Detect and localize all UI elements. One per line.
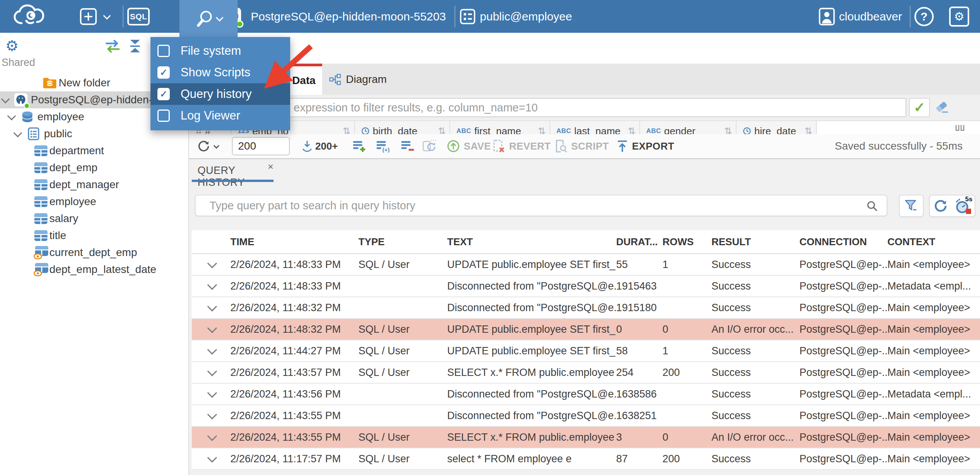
menu-item-show-scripts[interactable]: ✓ Show Scripts bbox=[150, 62, 290, 83]
tab-diagram[interactable]: Diagram bbox=[322, 64, 394, 95]
table-row-error[interactable]: 2/26/2024, 11:43:55 PM SQL / User SELECT… bbox=[192, 427, 980, 448]
fetch-more-button[interactable]: 200+ bbox=[301, 140, 338, 152]
table-row[interactable]: 2/26/2024, 11:48:33 PM Disconnected from… bbox=[192, 276, 980, 297]
grid-column-gender[interactable]: ABC gender ⇅ bbox=[640, 121, 737, 134]
grid-column-last-name[interactable]: ABC last_name ⇅ bbox=[550, 121, 640, 134]
table-row[interactable]: 2/26/2024, 11:48:32 PM Disconnected from… bbox=[192, 297, 980, 319]
chevron-down-icon bbox=[103, 12, 111, 19]
chevron-down-icon[interactable] bbox=[7, 112, 16, 121]
checkbox-checked[interactable]: ✓ bbox=[157, 88, 170, 100]
table-row[interactable]: 2/26/2024, 11:43:55 PM Disconnected from… bbox=[192, 405, 980, 427]
expand-row-icon[interactable] bbox=[207, 323, 217, 333]
user-name: cloudbeaver bbox=[839, 10, 902, 23]
sidebar-item-table-department[interactable]: department bbox=[0, 142, 188, 159]
duplicate-row-button[interactable]: (+) bbox=[376, 140, 390, 153]
auto-refresh-timer-button[interactable]: 5s bbox=[954, 197, 972, 215]
table-row-error[interactable]: 2/26/2024, 11:48:32 PM SQL / User UPDATE… bbox=[192, 319, 980, 340]
chevron-down-icon[interactable] bbox=[14, 129, 22, 138]
table-row[interactable]: 2/26/2024, 11:17:57 PM SQL / User select… bbox=[192, 448, 980, 470]
expand-row-icon[interactable] bbox=[207, 345, 217, 354]
sort-icon[interactable]: ⇅ bbox=[343, 126, 350, 134]
checkbox[interactable]: ✓ bbox=[157, 109, 170, 122]
grid-column-first-name[interactable]: ABC first_name ⇅ bbox=[450, 121, 550, 134]
sort-icon[interactable]: ⇅ bbox=[724, 126, 732, 134]
table-row[interactable]: 2/26/2024, 11:43:56 PM Disconnected from… bbox=[192, 384, 980, 405]
grid-column-hire-date[interactable]: hire_date ⇅ bbox=[737, 121, 817, 134]
collapse-all-icon[interactable] bbox=[127, 39, 143, 55]
sync-with-editor-icon[interactable] bbox=[104, 39, 121, 55]
col-text[interactable]: TEXT bbox=[447, 236, 616, 248]
menu-item-query-history[interactable]: ✓ Query history bbox=[150, 83, 290, 105]
sort-icon[interactable]: ⇅ bbox=[538, 126, 546, 134]
sidebar-item-table-title[interactable]: title bbox=[0, 227, 188, 244]
history-refresh-button[interactable] bbox=[933, 198, 948, 214]
schema-name: public@employee bbox=[480, 10, 572, 23]
tab-data[interactable]: Data bbox=[286, 64, 322, 95]
expand-row-icon[interactable] bbox=[207, 302, 217, 311]
sidebar-item-table-employee[interactable]: employee bbox=[0, 193, 188, 210]
table-row[interactable]: 2/26/2024, 11:48:33 PM SQL / User UPDATE… bbox=[192, 254, 980, 276]
delete-row-button[interactable] bbox=[400, 140, 414, 153]
add-row-button[interactable] bbox=[352, 140, 366, 153]
col-context[interactable]: CONTEXT bbox=[887, 236, 980, 248]
connection-selector[interactable]: PostgreSQL@ep-hidden-moon-55203 bbox=[223, 7, 446, 26]
sort-icon[interactable]: ⇅ bbox=[628, 126, 635, 134]
table-row[interactable]: 2/26/2024, 11:44:27 PM SQL / User UPDATE… bbox=[192, 340, 980, 362]
grid-column-birth-date[interactable]: birth_date ⇅ bbox=[355, 121, 450, 134]
sidebar-item-table-salary[interactable]: salary bbox=[0, 210, 188, 227]
expand-row-icon[interactable] bbox=[207, 258, 217, 268]
col-connection[interactable]: CONNECTION bbox=[799, 236, 887, 248]
result-grid-header: ⠿ # 123 emp_no ⇅ birth_date ⇅ ABC first_… bbox=[189, 120, 980, 134]
col-time[interactable]: TIME bbox=[230, 236, 358, 248]
schema-icon bbox=[28, 127, 39, 140]
export-button[interactable]: EXPORT bbox=[617, 140, 674, 153]
refresh-result-button[interactable] bbox=[197, 139, 218, 153]
query-history-search-input[interactable] bbox=[195, 195, 887, 216]
revert-button[interactable]: REVERT bbox=[493, 139, 551, 153]
eraser-icon[interactable] bbox=[934, 100, 949, 116]
col-duration[interactable]: DURAT... bbox=[616, 236, 662, 248]
expand-row-icon[interactable] bbox=[207, 280, 217, 290]
checkbox[interactable]: ✓ bbox=[157, 45, 170, 57]
svg-text:(+): (+) bbox=[382, 147, 390, 153]
menu-item-file-system[interactable]: ✓ File system bbox=[150, 40, 290, 62]
active-tab-underline bbox=[192, 180, 274, 182]
table-row[interactable]: 2/26/2024, 11:43:57 PM SQL / User SELECT… bbox=[192, 362, 980, 384]
fetch-size-input[interactable] bbox=[232, 137, 290, 155]
expand-row-icon[interactable] bbox=[207, 366, 217, 376]
history-filter-button[interactable] bbox=[899, 195, 924, 217]
sort-icon[interactable]: ⇅ bbox=[438, 126, 446, 134]
menu-item-log-viewer[interactable]: ✓ Log Viewer bbox=[150, 105, 290, 126]
new-connection-button[interactable] bbox=[79, 8, 109, 25]
apply-filter-button[interactable]: ✓ bbox=[909, 98, 930, 117]
script-button[interactable]: SCRIPT bbox=[554, 139, 609, 153]
sidebar-item-view-dept-emp-latest-date[interactable]: dept_emp_latest_date bbox=[0, 261, 188, 278]
column-management-icon[interactable] bbox=[955, 124, 965, 133]
col-type[interactable]: TYPE bbox=[358, 236, 447, 248]
user-menu[interactable]: cloudbeaver bbox=[818, 7, 902, 26]
navigator-settings-gear-icon[interactable]: ⚙ bbox=[5, 37, 19, 54]
tab-query-history[interactable]: QUERY HISTORY × bbox=[192, 159, 274, 182]
refresh-document-button[interactable] bbox=[422, 139, 437, 153]
checkbox-checked[interactable]: ✓ bbox=[157, 66, 170, 79]
sidebar-item-view-current-dept-emp[interactable]: current_dept_emp bbox=[0, 244, 188, 261]
expand-row-icon[interactable] bbox=[207, 453, 217, 462]
sidebar-item-table-dept-manager[interactable]: dept_manager bbox=[0, 176, 188, 193]
chevron-down-icon[interactable] bbox=[1, 95, 10, 104]
sidebar-item-table-dept-emp[interactable]: dept_emp bbox=[0, 159, 188, 176]
expand-row-icon[interactable] bbox=[207, 409, 217, 419]
close-icon[interactable]: × bbox=[268, 161, 274, 173]
database-icon bbox=[21, 110, 34, 123]
result-filter-input[interactable] bbox=[192, 98, 906, 117]
settings-button[interactable]: ⚙ bbox=[949, 7, 969, 27]
sql-editor-button[interactable]: SQL bbox=[127, 8, 150, 25]
col-rows[interactable]: ROWS bbox=[662, 236, 711, 248]
sort-icon[interactable]: ⇅ bbox=[804, 126, 812, 134]
expand-row-icon[interactable] bbox=[207, 431, 217, 441]
save-button[interactable]: SAVE bbox=[447, 140, 491, 153]
help-button[interactable]: ? bbox=[914, 7, 934, 26]
col-result[interactable]: RESULT bbox=[711, 236, 799, 248]
expand-row-icon[interactable] bbox=[207, 388, 217, 398]
schema-selector[interactable]: public@employee bbox=[459, 8, 572, 25]
tools-menu-trigger[interactable] bbox=[179, 0, 238, 37]
